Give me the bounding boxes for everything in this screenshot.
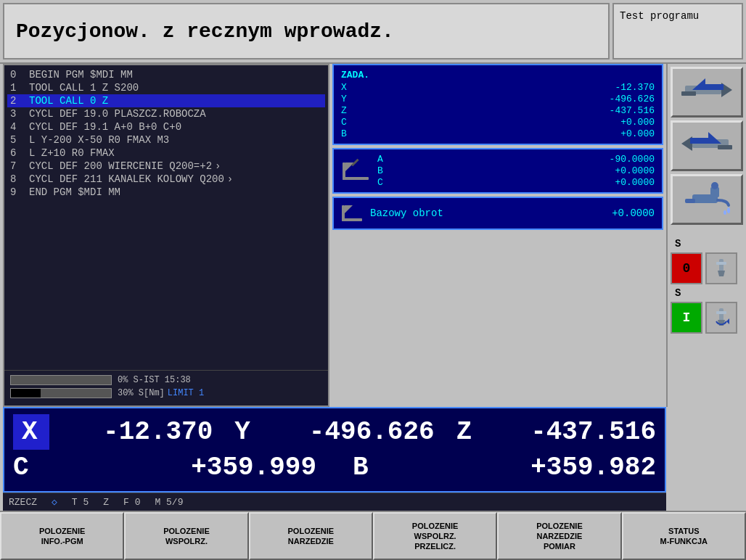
tab-tab1[interactable]: POLOZENIE INFO.-PGM bbox=[0, 512, 124, 560]
program-line-5[interactable]: 5L Y-200 X-50 R0 FMAX M3 bbox=[7, 133, 325, 147]
tab-tab2[interactable]: POLOZENIE WSPOLRZ. bbox=[124, 512, 248, 560]
program-line-8[interactable]: 8CYCL DEF 211 KANALEK KOLOWY Q200 › bbox=[7, 173, 325, 186]
line-content-8: CYCL DEF 211 KANALEK KOLOWY Q200 bbox=[29, 173, 224, 185]
svg-rect-4 bbox=[342, 218, 362, 221]
line-num-4: 4 bbox=[10, 121, 25, 133]
svg-rect-0 bbox=[343, 177, 369, 180]
zada-value-1: -496.626 bbox=[361, 94, 655, 104]
coord-status-bar: RZECZ ◇ T 5 Z F 0 M 5/9 bbox=[3, 493, 666, 511]
line-content-4: CYCL DEF 19.1 A+0 B+0 C+0 bbox=[29, 121, 181, 133]
zada-label-3: C bbox=[341, 117, 356, 128]
svg-rect-25 bbox=[716, 262, 726, 265]
svg-point-21 bbox=[727, 207, 730, 213]
big-axis-x: X bbox=[13, 414, 49, 450]
line-num-6: 6 bbox=[10, 147, 25, 159]
sidebar-btn-arrow-left[interactable] bbox=[671, 67, 743, 118]
angle-value-0: -90.0000 bbox=[398, 154, 655, 165]
tab-bar: POLOZENIE INFO.-PGMPOLOZENIE WSPOLRZ.POL… bbox=[0, 511, 746, 560]
svg-marker-29 bbox=[726, 318, 729, 324]
base-rot-icon bbox=[341, 202, 363, 224]
program-line-9[interactable]: 9END PGM $MDI MM bbox=[7, 186, 325, 199]
bar-track-2 bbox=[10, 388, 112, 398]
header-right: Test programu bbox=[612, 3, 743, 59]
zada-label-2: Z bbox=[341, 105, 356, 116]
status-bar-label-1: 0% S-IST 15:38 bbox=[118, 375, 191, 385]
svg-marker-6 bbox=[345, 205, 353, 213]
zada-value-4: +0.000 bbox=[361, 128, 655, 139]
zada-label-1: Y bbox=[341, 94, 356, 104]
program-list: 0BEGIN PGM $MDI MM1TOOL CALL 1 Z S2002TO… bbox=[4, 65, 328, 370]
angle-value-2: +0.0000 bbox=[398, 177, 655, 188]
big-axis-c: C bbox=[13, 453, 49, 482]
svg-rect-9 bbox=[681, 91, 696, 96]
big-coord-area: X -12.370 Y -496.626 Z -437.516 C +359.9… bbox=[3, 407, 666, 493]
left-panel: 0BEGIN PGM $MDI MM1TOOL CALL 1 Z S2002TO… bbox=[3, 64, 329, 407]
program-line-3[interactable]: 3CYCL DEF 19.0 PLASZCZ.ROBOCZA bbox=[7, 107, 325, 120]
status-bar-row-1: 0% S-IST 15:38 bbox=[10, 375, 322, 385]
sidebar-btn-arrow-right[interactable] bbox=[671, 120, 743, 171]
sidebar-s2-label: S bbox=[675, 287, 681, 299]
tab-tab6[interactable]: STATUS M-FUNKCJA bbox=[622, 512, 746, 560]
line-num-3: 3 bbox=[10, 108, 25, 120]
svg-rect-14 bbox=[718, 145, 732, 149]
angle-grid: A-90.0000B+0.0000C+0.0000 bbox=[377, 154, 655, 188]
cs-feed: F 0 bbox=[123, 497, 140, 508]
angle-box: A-90.0000B+0.0000C+0.0000 bbox=[332, 148, 663, 194]
sidebar-s1-red-box[interactable]: 0 bbox=[671, 252, 702, 284]
zada-grid: X-12.370Y-496.626Z-437.516C+0.000B+0.000 bbox=[341, 82, 655, 139]
program-line-6[interactable]: 6L Z+10 R0 FMAX bbox=[7, 147, 325, 160]
cs-icon: ◇ bbox=[52, 496, 57, 508]
program-line-7[interactable]: 7CYCL DEF 200 WIERCENIE Q200=+2 › bbox=[7, 160, 325, 173]
header: Pozycjonow. z recznym wprowadz. Test pro… bbox=[0, 0, 746, 64]
program-line-4[interactable]: 4CYCL DEF 19.1 A+0 B+0 C+0 bbox=[7, 120, 325, 133]
zada-value-3: +0.000 bbox=[361, 117, 655, 128]
line-content-1: TOOL CALL 1 Z S200 bbox=[29, 82, 139, 94]
line-content-3: CYCL DEF 19.0 PLASZCZ.ROBOCZA bbox=[29, 108, 206, 120]
main-wrapper: Pozycjonow. z recznym wprowadz. Test pro… bbox=[0, 0, 746, 560]
status-bar-label-2a: 30% S[Nm] bbox=[118, 388, 165, 398]
svg-rect-5 bbox=[342, 205, 345, 221]
sidebar-s1-label: S bbox=[675, 238, 681, 250]
content-area: 0BEGIN PGM $MDI MM1TOOL CALL 1 Z S2002TO… bbox=[0, 64, 746, 407]
big-value-y: -496.626 bbox=[271, 417, 434, 447]
line-num-1: 1 bbox=[10, 82, 25, 94]
cs-axis: Z bbox=[103, 497, 109, 508]
line-num-8: 8 bbox=[10, 173, 25, 185]
big-value-c: +359.999 bbox=[49, 453, 316, 482]
base-rot-box: Bazowy obrot +0.0000 bbox=[332, 197, 663, 230]
sidebar-btn-coolant[interactable] bbox=[671, 174, 743, 225]
tab-tab3[interactable]: POLOZENIE NARZEDZIE bbox=[249, 512, 373, 560]
angle-icon bbox=[341, 157, 370, 186]
big-value-x: -12.370 bbox=[49, 417, 213, 447]
line-content-6: L Z+10 R0 FMAX bbox=[29, 147, 115, 159]
tab-tab4[interactable]: POLOZENIE WSPOLRZ. PRZELICZ. bbox=[373, 512, 497, 560]
sidebar-s1-icon-box bbox=[705, 252, 737, 284]
program-line-1[interactable]: 1TOOL CALL 1 Z S200 bbox=[7, 81, 325, 94]
bar-track-1 bbox=[10, 375, 112, 385]
zada-label-0: X bbox=[341, 82, 356, 93]
big-axis-z: Z bbox=[456, 417, 493, 447]
sidebar: S 0 S I bbox=[666, 64, 746, 407]
big-coord-row-1: X -12.370 Y -496.626 Z -437.516 bbox=[13, 414, 656, 450]
line-num-5: 5 bbox=[10, 134, 25, 146]
svg-rect-28 bbox=[716, 311, 726, 314]
angle-value-1: +0.0000 bbox=[398, 165, 655, 176]
program-line-0[interactable]: 0BEGIN PGM $MDI MM bbox=[7, 68, 325, 81]
coord-box-zada: ZADA. X-12.370Y-496.626Z-437.516C+0.000B… bbox=[332, 64, 663, 145]
svg-marker-10 bbox=[692, 78, 705, 90]
line-num-0: 0 bbox=[10, 69, 25, 81]
status-bar-label-2b: LIMIT 1 bbox=[168, 388, 204, 398]
tab-tab5[interactable]: POLOZENIE NARZEDZIE POMIAR bbox=[497, 512, 621, 560]
svg-point-22 bbox=[724, 210, 726, 215]
cs-misc: M 5/9 bbox=[155, 497, 183, 508]
line-content-2: TOOL CALL 0 Z bbox=[29, 95, 108, 107]
big-axis-b: B bbox=[353, 453, 389, 482]
program-line-2[interactable]: 2TOOL CALL 0 Z bbox=[7, 94, 325, 107]
sidebar-s2-green-box[interactable]: I bbox=[671, 302, 702, 334]
svg-rect-3 bbox=[351, 158, 359, 166]
cs-tool: T 5 bbox=[72, 497, 89, 508]
big-value-z: -437.516 bbox=[493, 417, 656, 447]
status-bars: 0% S-IST 15:38 30% S[Nm] LIMIT 1 bbox=[4, 370, 328, 405]
svg-rect-23 bbox=[719, 259, 724, 272]
svg-rect-26 bbox=[719, 308, 724, 321]
